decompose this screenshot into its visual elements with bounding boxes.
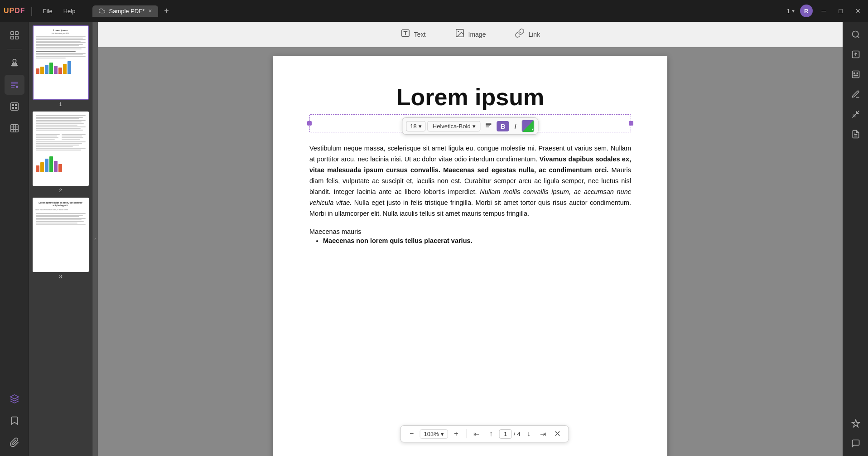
pdf-bullet-list: Maecenas non lorem quis tellus placerat … bbox=[309, 235, 631, 247]
right-compress-icon[interactable] bbox=[847, 105, 865, 123]
link-tool-icon bbox=[515, 28, 525, 40]
zoom-out-btn[interactable]: − bbox=[405, 427, 418, 440]
zoom-bar-close-btn[interactable]: ✕ bbox=[551, 427, 564, 440]
svg-rect-4 bbox=[12, 63, 16, 65]
sidebar-stamp[interactable] bbox=[5, 53, 24, 73]
svg-rect-5 bbox=[11, 65, 17, 66]
main-area: Lorem ipsum Edit the text on your PDF. bbox=[0, 22, 868, 456]
menu-bar: File Help bbox=[39, 6, 80, 16]
pdf-title: Lorem ipsum bbox=[309, 83, 631, 111]
image-tool-label: Image bbox=[468, 31, 486, 38]
font-chevron: ▾ bbox=[473, 123, 476, 130]
updf-logo: UPDF bbox=[4, 7, 25, 15]
sidebar-divider1 bbox=[7, 49, 22, 49]
title-bar: UPDF | File Help Sample PDF* × + 1 ▾ R ─… bbox=[0, 0, 868, 22]
thumb-img-1: Lorem ipsum Edit the text on your PDF. bbox=[33, 25, 89, 100]
page-prev-btn[interactable]: ↑ bbox=[485, 427, 497, 440]
thumbnail-page-2[interactable]: 2 bbox=[33, 112, 88, 193]
text-tool-label: Text bbox=[414, 31, 426, 38]
thumb-img-2 bbox=[33, 112, 89, 186]
sidebar-table[interactable] bbox=[5, 118, 24, 138]
content-area: Text Image bbox=[98, 22, 843, 456]
format-toolbar: 18 ▾ Helvetica-Bold ▾ B I bbox=[402, 117, 538, 135]
pdf-page: 18 ▾ Helvetica-Bold ▾ B I bbox=[273, 56, 667, 456]
italic-btn[interactable]: I bbox=[511, 121, 520, 131]
page-current: 1 bbox=[786, 8, 790, 15]
menu-file[interactable]: File bbox=[39, 6, 57, 16]
svg-point-11 bbox=[458, 31, 459, 32]
sidebar-layers[interactable] bbox=[5, 389, 24, 409]
maximize-btn[interactable]: □ bbox=[835, 5, 846, 16]
svg-rect-3 bbox=[15, 36, 18, 39]
svg-rect-0 bbox=[10, 32, 13, 34]
font-family-selector[interactable]: Helvetica-Bold ▾ bbox=[428, 121, 481, 131]
zoom-in-btn[interactable]: + bbox=[450, 427, 463, 440]
page-last-btn[interactable]: ⇥ bbox=[537, 427, 550, 440]
image-tool-btn[interactable]: Image bbox=[448, 25, 493, 43]
add-tab-btn[interactable]: + bbox=[160, 5, 173, 17]
tab-sample-pdf[interactable]: Sample PDF* × bbox=[92, 5, 158, 17]
thumb-img-3: Lorem ipsum dolor sit amet, consectetur … bbox=[33, 198, 89, 272]
user-avatar[interactable]: R bbox=[800, 5, 813, 17]
right-chat-icon[interactable] bbox=[847, 434, 865, 452]
right-edit-icon[interactable] bbox=[847, 85, 865, 103]
zoom-value: 103% bbox=[424, 431, 439, 437]
svg-rect-7 bbox=[10, 103, 18, 111]
thumbnail-page-3[interactable]: Lorem ipsum dolor sit amet, consectetur … bbox=[33, 198, 88, 279]
title-divider: | bbox=[31, 6, 33, 16]
sidebar-ocr[interactable] bbox=[5, 97, 24, 116]
left-sidebar bbox=[0, 22, 29, 456]
right-export-icon[interactable] bbox=[847, 45, 865, 63]
svg-rect-2 bbox=[10, 36, 13, 39]
right-form-icon[interactable] bbox=[847, 125, 865, 143]
svg-rect-14 bbox=[852, 71, 859, 78]
font-size-value: 18 bbox=[410, 123, 416, 130]
page-nav-chevron[interactable]: ▾ bbox=[792, 8, 795, 14]
right-sparkle-icon[interactable] bbox=[847, 414, 865, 432]
text-align-btn[interactable] bbox=[482, 120, 495, 132]
thumb-label-1: 1 bbox=[59, 102, 62, 107]
minimize-btn[interactable]: ─ bbox=[818, 5, 830, 16]
top-toolbar: Text Image bbox=[98, 22, 843, 47]
thumbnail-panel: Lorem ipsum Edit the text on your PDF. bbox=[29, 22, 92, 456]
zoom-bar: − 103% ▾ + ⇤ ↑ / 4 ↓ ⇥ ✕ bbox=[400, 425, 569, 442]
font-size-selector[interactable]: 18 ▾ bbox=[406, 121, 425, 131]
pdf-bullet-item-1: Maecenas non lorem quis tellus placerat … bbox=[323, 235, 631, 247]
menu-help[interactable]: Help bbox=[59, 6, 80, 16]
page-nav[interactable]: 1 ▾ bbox=[786, 8, 794, 15]
link-tool-btn[interactable]: Link bbox=[507, 25, 547, 43]
page-first-btn[interactable]: ⇤ bbox=[470, 427, 483, 440]
sidebar-text-edit[interactable] bbox=[5, 75, 24, 95]
tab-close-btn[interactable]: × bbox=[148, 8, 152, 14]
sidebar-thumbnails[interactable] bbox=[5, 25, 24, 45]
text-tool-icon bbox=[400, 28, 410, 40]
link-tool-label: Link bbox=[528, 31, 540, 38]
pdf-canvas[interactable]: 18 ▾ Helvetica-Bold ▾ B I bbox=[98, 47, 843, 456]
image-tool-icon bbox=[455, 28, 465, 40]
close-btn[interactable]: ✕ bbox=[852, 5, 864, 16]
page-next-btn[interactable]: ↓ bbox=[522, 427, 535, 440]
sidebar-bookmark[interactable] bbox=[5, 411, 24, 431]
svg-rect-1 bbox=[15, 32, 18, 34]
text-tool-btn[interactable]: Text bbox=[393, 25, 433, 43]
bold-btn[interactable]: B bbox=[497, 121, 509, 131]
thumb-label-2: 2 bbox=[59, 188, 62, 193]
right-search-icon[interactable] bbox=[847, 25, 865, 44]
tab-bar: Sample PDF* × + bbox=[92, 5, 173, 17]
font-family-value: Helvetica-Bold bbox=[433, 123, 471, 130]
thumb-label-3: 3 bbox=[59, 274, 62, 279]
right-ocr-icon[interactable] bbox=[847, 65, 865, 83]
font-size-chevron: ▾ bbox=[419, 123, 422, 130]
page-number-input[interactable] bbox=[499, 429, 512, 439]
pdf-body-paragraph: Vestibulum neque massa, scelerisque sit … bbox=[309, 143, 631, 219]
cloud-icon bbox=[99, 8, 105, 14]
color-picker-btn[interactable]: ▾ bbox=[522, 120, 535, 132]
right-sidebar bbox=[843, 22, 868, 456]
svg-line-16 bbox=[852, 113, 856, 117]
sidebar-attachment[interactable] bbox=[5, 432, 24, 452]
panel-collapse-btn[interactable]: ‹ bbox=[92, 22, 98, 456]
thumbnail-page-1[interactable]: Lorem ipsum Edit the text on your PDF. bbox=[33, 25, 88, 107]
svg-point-12 bbox=[852, 31, 858, 37]
svg-rect-8 bbox=[10, 125, 18, 132]
zoom-level-selector[interactable]: 103% ▾ bbox=[420, 429, 448, 439]
